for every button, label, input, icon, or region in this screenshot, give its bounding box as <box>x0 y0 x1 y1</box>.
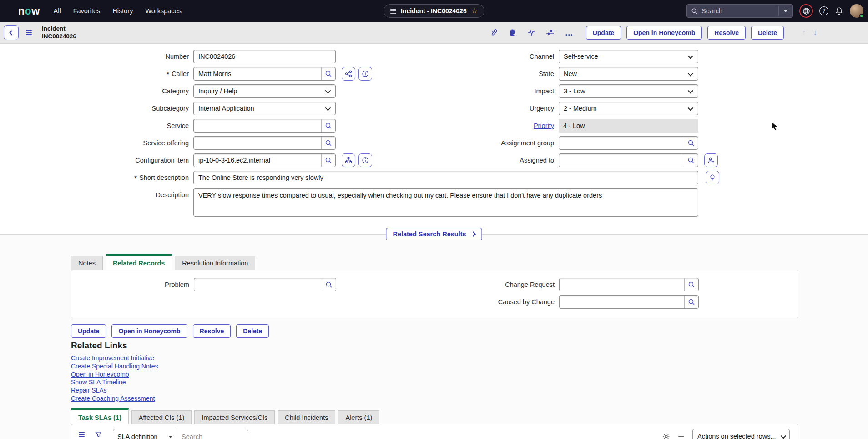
actions-on-selected-rows-select[interactable]: Actions on selected rows... <box>692 429 790 439</box>
tab-related-records[interactable]: Related Records <box>106 254 172 270</box>
change-request-lookup-icon[interactable] <box>684 278 698 291</box>
impact-select[interactable]: 3 - Low <box>559 84 698 98</box>
channel-select[interactable]: Self-service <box>559 50 698 63</box>
assignment-group-lookup-icon[interactable] <box>684 137 698 149</box>
category-select[interactable]: Inquiry / Help <box>193 84 336 98</box>
resolve-button[interactable]: Resolve <box>707 26 746 40</box>
assigned-to-lookup-icon[interactable] <box>684 154 698 167</box>
footer-resolve-button[interactable]: Resolve <box>193 324 231 338</box>
priority-label-link[interactable]: Priority <box>534 122 554 129</box>
tab-resolution-information[interactable]: Resolution Information <box>175 256 255 270</box>
personalize-sliders-icon[interactable] <box>546 29 554 36</box>
category-row: Category Inquiry / Help <box>55 84 372 98</box>
tab-task-slas[interactable]: Task SLAs (1) <box>71 408 129 424</box>
header-buttons: Update Open in Honeycomb Resolve Delete <box>586 26 784 40</box>
record-title: Incident INC0024026 <box>42 25 76 40</box>
user-avatar[interactable] <box>850 4 863 18</box>
tab-impacted-services-cis[interactable]: Impacted Services/CIs <box>194 410 275 424</box>
link-show-sla-timeline[interactable]: Show SLA Timeline <box>71 379 158 385</box>
problem-input[interactable] <box>194 278 336 291</box>
attachment-paperclip-icon[interactable] <box>490 29 498 36</box>
link-create-special-handling-notes[interactable]: Create Special Handling Notes <box>71 363 158 369</box>
configuration-item-lookup-icon[interactable] <box>321 154 335 167</box>
search-placeholder: Search <box>701 7 778 15</box>
chevron-down-icon <box>783 10 788 12</box>
service-offering-input[interactable] <box>193 136 336 150</box>
delete-button[interactable]: Delete <box>751 26 784 40</box>
suggestions-lightbulb-button[interactable] <box>706 171 719 184</box>
footer-delete-button[interactable]: Delete <box>236 324 269 338</box>
tab-child-incidents[interactable]: Child Incidents <box>278 410 335 424</box>
caller-row: *Caller Matt Morris <box>55 67 372 81</box>
description-textarea[interactable]: VERY slow response times compared to usu… <box>193 188 698 217</box>
link-create-coaching-assessment[interactable]: Create Coaching Assessment <box>71 395 158 402</box>
footer-open-in-honeycomb-button[interactable]: Open in Honeycomb <box>111 324 187 338</box>
assign-to-me-button[interactable] <box>704 153 718 167</box>
subcategory-select[interactable]: Internal Application <box>193 102 336 115</box>
search-scope-dropdown[interactable] <box>779 10 792 12</box>
list-search-field-select[interactable]: SLA definition <box>113 429 177 439</box>
servicenow-logo[interactable]: now <box>18 5 40 17</box>
form-wide-rows: *Short description The Online Store is r… <box>55 171 719 220</box>
previous-record-icon[interactable]: ↑ <box>802 28 806 37</box>
state-select[interactable]: New <box>559 67 698 81</box>
service-lookup-icon[interactable] <box>321 119 335 132</box>
channel-label: Channel <box>432 53 559 60</box>
next-record-icon[interactable]: ↓ <box>813 28 818 37</box>
paste-clipboard-icon[interactable] <box>509 29 516 36</box>
list-context-menu-icon[interactable] <box>79 432 85 437</box>
list-search-input[interactable]: Search <box>177 429 248 439</box>
caller-info-button[interactable] <box>358 67 372 81</box>
tab-affected-cis[interactable]: Affected CIs (1) <box>131 410 192 424</box>
caused-by-change-label: Caused by Change <box>437 298 559 306</box>
service-offering-lookup-icon[interactable] <box>321 137 335 149</box>
list-filter-icon[interactable] <box>95 431 102 438</box>
urgency-select[interactable]: 2 - Medium <box>559 102 698 115</box>
link-repair-slas[interactable]: Repair SLAs <box>71 387 158 393</box>
number-input[interactable]: INC0024026 <box>193 50 336 63</box>
help-icon[interactable]: ? <box>819 6 828 15</box>
link-create-improvement-initiative[interactable]: Create Improvement Initiative <box>71 355 158 361</box>
assigned-to-input[interactable] <box>559 153 698 167</box>
caused-by-change-input[interactable] <box>559 295 699 309</box>
link-open-in-honeycomb[interactable]: Open in Honeycomb <box>71 371 158 378</box>
caller-org-chart-button[interactable] <box>342 67 355 81</box>
list-settings-gear-icon[interactable] <box>662 433 670 439</box>
ci-hierarchy-button[interactable] <box>342 153 355 167</box>
global-search-input[interactable]: Search <box>686 4 793 18</box>
assignment-group-input[interactable] <box>559 136 698 150</box>
configuration-item-input[interactable]: ip-10-0-3-16.ec2.internal <box>193 153 336 167</box>
caller-input[interactable]: Matt Morris <box>193 67 336 81</box>
task-slas-list-panel: SLA definition Search Actions on selecte… <box>71 424 798 439</box>
notifications-bell-icon[interactable] <box>835 7 843 15</box>
nav-item-workspaces[interactable]: Workspaces <box>145 7 182 15</box>
problem-lookup-icon[interactable] <box>322 278 336 291</box>
footer-update-button[interactable]: Update <box>71 324 106 338</box>
form-context-menu-icon[interactable] <box>26 30 32 35</box>
context-record-pill[interactable]: Incident - INC0024026 ☆ <box>384 4 484 18</box>
caused-by-change-lookup-icon[interactable] <box>684 296 698 308</box>
short-description-input[interactable]: The Online Store is responding very slow… <box>193 171 698 184</box>
pill-menu-icon[interactable] <box>390 9 396 14</box>
nav-item-favorites[interactable]: Favorites <box>73 7 101 15</box>
service-input[interactable] <box>193 119 336 133</box>
record-type-label: Incident <box>42 25 76 32</box>
tab-alerts[interactable]: Alerts (1) <box>338 410 379 424</box>
open-in-honeycomb-button[interactable]: Open in Honeycomb <box>626 26 702 40</box>
more-actions-icon[interactable]: … <box>565 31 573 35</box>
ci-info-button[interactable] <box>358 153 372 167</box>
caller-lookup-icon[interactable] <box>321 67 335 80</box>
favorite-star-icon[interactable]: ☆ <box>471 7 478 15</box>
collapse-list-icon[interactable] <box>678 436 684 437</box>
connect-globe-icon[interactable] <box>799 4 813 18</box>
nav-item-history[interactable]: History <box>112 7 133 15</box>
configuration-item-label: Configuration item <box>55 157 193 164</box>
back-button[interactable] <box>4 25 19 40</box>
change-request-input[interactable] <box>559 278 699 291</box>
update-button[interactable]: Update <box>586 26 621 40</box>
related-search-results-button[interactable]: Related Search Results <box>386 228 482 240</box>
activity-pulse-icon[interactable] <box>527 29 535 36</box>
incident-form: Number INC0024026 *Caller Matt Morris <box>0 44 868 234</box>
tab-notes[interactable]: Notes <box>71 256 103 270</box>
nav-item-all[interactable]: All <box>54 7 61 15</box>
